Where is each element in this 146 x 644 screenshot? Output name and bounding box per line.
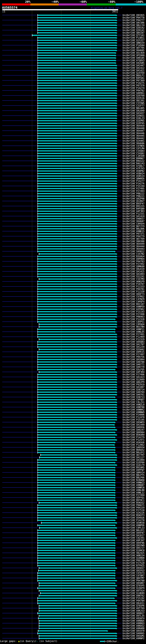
subject-id-label[interactable]: UniRef100_A9T769: [123, 607, 145, 610]
subject-id-label[interactable]: UniRef100_Q9S7J7: [123, 547, 145, 549]
hit-bar[interactable]: [37, 452, 114, 453]
hit-bar[interactable]: [39, 625, 116, 626]
hit-bar[interactable]: [37, 470, 114, 470]
hit-bar[interactable]: [37, 62, 115, 64]
subject-id-label[interactable]: UniRef100_Q9ZP08: [123, 198, 145, 200]
hit-bar[interactable]: [37, 40, 116, 41]
hit-bar[interactable]: [37, 442, 114, 443]
subject-id-label[interactable]: UniRef100_P04781: [123, 288, 145, 290]
hit-bar[interactable]: [37, 266, 116, 267]
subject-id-label[interactable]: UniRef100_Q40247: [123, 428, 145, 431]
subject-id-label[interactable]: UniRef100_C8XPS1: [123, 320, 145, 323]
subject-id-label[interactable]: UniRef100_A4F3R3: [123, 210, 145, 212]
hit-bar[interactable]: [37, 98, 116, 99]
hit-bar[interactable]: [37, 168, 116, 169]
subject-id-label[interactable]: UniRef100_Q00827: [123, 612, 145, 614]
hit-bar[interactable]: [37, 379, 116, 380]
hit-bar[interactable]: [37, 404, 116, 405]
subject-id-label[interactable]: UniRef100_Q9C8S5: [123, 14, 145, 16]
hit-bar[interactable]: [37, 218, 116, 219]
hit-bar[interactable]: [37, 490, 114, 491]
subject-id-label[interactable]: UniRef100_C0Z391: [123, 537, 145, 539]
subject-id-label[interactable]: UniRef100_P12331: [123, 212, 145, 215]
hit-bar[interactable]: [37, 248, 116, 250]
subject-id-label[interactable]: UniRef100_Q1EP45: [123, 122, 145, 124]
subject-id-label[interactable]: UniRef100_C5IFT7: [123, 104, 145, 107]
hit-bar[interactable]: [37, 85, 116, 86]
hit-bar[interactable]: [37, 188, 116, 189]
subject-id-label[interactable]: UniRef100_Q41004: [123, 459, 145, 461]
hit-bar[interactable]: [37, 213, 116, 214]
hit-bar[interactable]: [37, 231, 116, 232]
hit-bar[interactable]: [37, 394, 116, 395]
subject-id-label[interactable]: UniRef100_P27520: [123, 562, 145, 564]
subject-id-label[interactable]: UniRef100_Q9S970: [123, 630, 145, 632]
hit-bar[interactable]: [37, 386, 116, 388]
hit-bar[interactable]: [39, 608, 116, 609]
hit-bar[interactable]: [37, 550, 114, 551]
hit-bar[interactable]: [39, 620, 116, 622]
subject-id-label[interactable]: UniRef100_P14277: [123, 180, 145, 182]
subject-id-label[interactable]: UniRef100_A3F6K2: [123, 308, 145, 310]
hit-bar[interactable]: [37, 399, 116, 400]
hit-bar[interactable]: [37, 176, 116, 176]
hit-bar[interactable]: [37, 125, 116, 126]
hit-bar[interactable]: [37, 500, 114, 501]
subject-id-label[interactable]: UniRef100_Q93XK4: [123, 358, 145, 361]
subject-id-label[interactable]: UniRef100_C0PQD7: [123, 398, 145, 401]
subject-id-label[interactable]: UniRef100_O64450: [123, 124, 145, 127]
subject-id-label[interactable]: UniRef100_Q41234: [123, 346, 145, 348]
subject-id-label[interactable]: UniRef100_Q41127: [123, 456, 145, 459]
hit-bar[interactable]: [37, 419, 116, 420]
subject-id-label[interactable]: UniRef100_A9NWZ3: [123, 481, 145, 484]
hit-bar[interactable]: [39, 623, 116, 624]
hit-bar[interactable]: [37, 200, 116, 202]
hit-bar[interactable]: [37, 331, 114, 332]
subject-id-label[interactable]: UniRef100_Q41787: [123, 343, 145, 346]
subject-id-label[interactable]: UniRef100_P14276: [123, 182, 145, 185]
subject-id-label[interactable]: UniRef100_Q9M600: [123, 265, 145, 268]
hit-bar[interactable]: [37, 545, 114, 546]
hit-bar[interactable]: [37, 216, 116, 217]
subject-id-label[interactable]: UniRef100_P06671: [123, 504, 145, 506]
subject-id-label[interactable]: UniRef100_O49812: [123, 250, 145, 253]
subject-id-label[interactable]: UniRef100_P27491: [123, 333, 145, 336]
hit-bar[interactable]: [37, 246, 116, 247]
hit-bar[interactable]: [37, 588, 114, 589]
subject-id-label[interactable]: UniRef100_P07371: [123, 232, 145, 235]
hit-bar[interactable]: [37, 547, 114, 548]
subject-id-label[interactable]: UniRef100_Q40934: [123, 446, 145, 449]
subject-id-label[interactable]: UniRef100_C6TD73: [123, 572, 145, 574]
hit-bar[interactable]: [39, 253, 116, 254]
subject-id-label[interactable]: UniRef100_P04778: [123, 16, 145, 19]
subject-id-label[interactable]: UniRef100_P14278: [123, 519, 145, 522]
hit-bar[interactable]: [37, 180, 116, 182]
hit-bar[interactable]: [37, 507, 116, 508]
subject-id-label[interactable]: UniRef100_Q40761: [123, 394, 145, 396]
hit-bar[interactable]: [37, 319, 114, 320]
hit-bar[interactable]: [37, 108, 116, 109]
hit-bar[interactable]: [37, 148, 116, 149]
subject-id-label[interactable]: UniRef100_A7PJV3: [123, 167, 145, 170]
hit-bar[interactable]: [38, 570, 114, 571]
hit-bar[interactable]: [37, 186, 116, 187]
subject-id-label[interactable]: UniRef100_P27490: [123, 313, 145, 316]
subject-id-label[interactable]: UniRef100_P12469: [123, 336, 145, 338]
hit-bar[interactable]: [37, 203, 116, 204]
subject-id-label[interactable]: UniRef100_Q8VZ87: [123, 32, 145, 34]
hit-bar[interactable]: [37, 233, 116, 234]
subject-id-label[interactable]: UniRef100_Q10HD0: [123, 557, 145, 559]
hit-bar[interactable]: [37, 153, 116, 154]
hit-bar[interactable]: [37, 525, 114, 526]
hit-bar[interactable]: [37, 484, 114, 486]
subject-id-label[interactable]: UniRef100_A6N1P9: [123, 280, 145, 283]
subject-id-label[interactable]: UniRef100_O64448: [123, 127, 145, 130]
subject-id-label[interactable]: UniRef100_P12330: [123, 290, 145, 293]
hit-bar[interactable]: [37, 374, 116, 375]
subject-id-label[interactable]: UniRef100_O80388: [123, 240, 145, 242]
subject-id-label[interactable]: UniRef100_Q93YG3: [123, 569, 145, 572]
hit-bar[interactable]: [37, 467, 114, 468]
subject-id-label[interactable]: UniRef100_Q6T705: [123, 46, 145, 49]
subject-id-label[interactable]: UniRef100_O32291: [123, 275, 145, 278]
hit-bar[interactable]: [37, 472, 114, 473]
